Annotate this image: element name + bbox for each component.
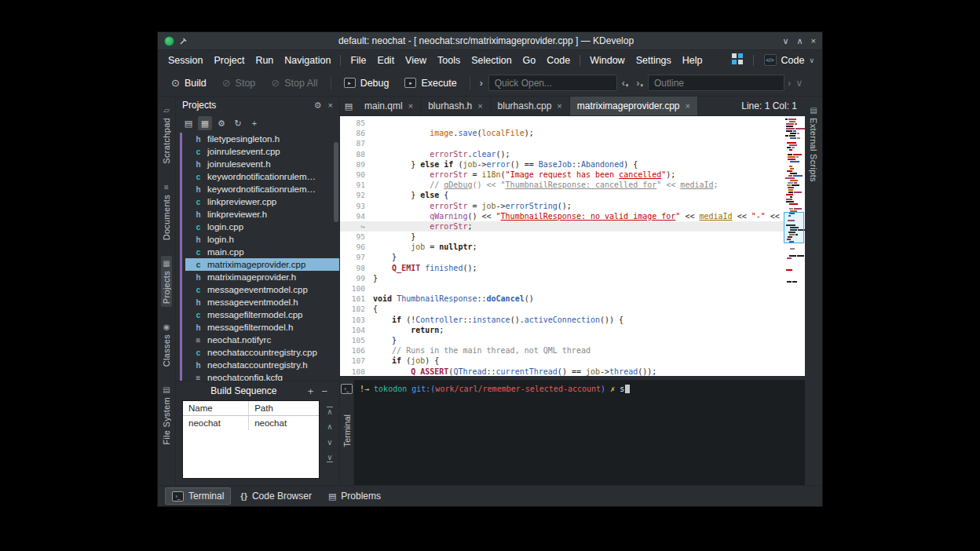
outline-input[interactable] [648, 75, 784, 91]
code-line[interactable]: 105 } [340, 335, 784, 345]
stop-all-button[interactable]: ⊘ Stop All [264, 74, 324, 92]
settings-icon[interactable]: ⚙ [214, 116, 229, 130]
code-line[interactable]: 108 Q_ASSERT(QThread::currentThread() ==… [340, 367, 784, 377]
quick-open-input[interactable] [488, 75, 617, 91]
tree-item[interactable]: hlogin.h [185, 233, 339, 246]
toolbar-dropdown-button[interactable]: ∨ [795, 77, 803, 89]
menu-run[interactable]: Run [250, 53, 279, 68]
tree-item[interactable]: hneochataccountregistry.h [185, 359, 339, 371]
tree-item[interactable]: hlinkpreviewer.h [185, 208, 339, 221]
tab-close-icon[interactable]: × [686, 101, 690, 111]
code-line[interactable]: 87 [340, 138, 784, 148]
tab-close-icon[interactable]: × [408, 101, 413, 111]
code-line[interactable]: 91 // qDebug() << "ThumbnailResponse: ca… [340, 180, 784, 190]
build-button[interactable]: ⊙ Build [164, 74, 214, 92]
area-switcher-icon[interactable] [732, 53, 743, 67]
dock-tab-classes[interactable]: ◉Classes [161, 319, 172, 370]
close-icon[interactable]: × [328, 100, 333, 110]
minimap-viewport[interactable] [784, 212, 804, 243]
code-line[interactable]: 98 Q_EMIT finished(); [340, 263, 784, 273]
add-to-build-icon[interactable]: + [304, 385, 318, 397]
toolbar-more-button[interactable]: › [788, 78, 791, 89]
statusbar-terminal[interactable]: ›_Terminal [165, 487, 231, 505]
code-line[interactable]: ↪ errorStr; [340, 221, 784, 232]
terminal-tab-label[interactable]: Terminal [342, 414, 352, 447]
close-button[interactable]: × [811, 36, 816, 46]
tree-item[interactable]: cjoinrulesevent.cpp [185, 145, 339, 158]
move-down-icon[interactable]: ∨ [327, 438, 332, 447]
menu-window[interactable]: Window [584, 53, 630, 68]
maximize-button[interactable]: ∧ [797, 36, 803, 46]
menu-session[interactable]: Session [163, 53, 208, 68]
statusbar-code-browser[interactable]: {}Code Browser [233, 487, 319, 505]
tree-item[interactable]: hmessageeventmodel.h [185, 296, 339, 308]
shade-button[interactable]: ∨ [782, 36, 788, 46]
menu-go[interactable]: Go [517, 53, 542, 68]
dock-tab-projects[interactable]: ▦Projects [161, 256, 172, 307]
remove-from-build-icon[interactable]: − [317, 385, 331, 397]
menu-edit[interactable]: Edit [372, 53, 400, 68]
code-line[interactable]: 103 if (!Controller::instance().activeCo… [340, 315, 784, 325]
menu-code[interactable]: Code [541, 53, 576, 68]
dock-tab-scratchpad[interactable]: ▱Scratchpad [161, 103, 172, 167]
editor-tab-main-qml[interactable]: main.qml× [357, 97, 421, 115]
code-line[interactable]: 93 errorStr = job->errorString(); [340, 201, 784, 211]
open-project-icon[interactable]: ▤ [181, 116, 196, 130]
tree-item[interactable]: hmessagefiltermodel.h [185, 321, 339, 334]
code-line[interactable]: 85 [340, 118, 784, 128]
code-line[interactable]: 88 errorStr.clear(); [340, 149, 784, 159]
tab-close-icon[interactable]: × [477, 101, 482, 111]
table-row[interactable]: neochatneochat [183, 416, 319, 430]
code-line[interactable]: 86 image.save(localFile); [340, 128, 784, 138]
tree-item[interactable]: hmatriximageprovider.h [185, 271, 339, 283]
menu-file[interactable]: File [345, 53, 371, 68]
code-line[interactable]: 107 if (job) { [340, 356, 784, 366]
code-line[interactable]: 104 return; [340, 325, 784, 335]
debug-button[interactable]: ▸ Debug [337, 75, 397, 92]
nav-forward-button[interactable]: ›▾ [633, 76, 646, 90]
code-line[interactable]: 95 } [340, 232, 784, 242]
tree-item[interactable]: hkeywordnotificationrulem… [185, 183, 339, 195]
move-up-icon[interactable]: ∧ [327, 422, 332, 431]
tree-item[interactable]: hjoinrulesevent.h [185, 158, 339, 170]
menu-navigation[interactable]: Navigation [279, 53, 336, 68]
editor-tab-blurhash-cpp[interactable]: blurhash.cpp× [491, 97, 570, 115]
reload-icon[interactable]: ↻ [231, 116, 245, 130]
stop-button[interactable]: ⊘ Stop [215, 74, 263, 92]
menu-tools[interactable]: Tools [432, 53, 466, 68]
nav-back-button[interactable]: ‹▾ [619, 76, 632, 90]
tree-item[interactable]: cmatriximageprovider.cpp [185, 258, 339, 271]
execute-button[interactable]: ▸ Execute [397, 75, 463, 92]
perspective-button[interactable]: </>Code∨ [764, 54, 814, 66]
code-line[interactable]: 106 // Runs in the main thread, not QML … [340, 345, 784, 356]
code-line[interactable]: 100 [340, 283, 784, 294]
terminal-cursor[interactable] [625, 385, 630, 393]
code-line[interactable]: 90 errorStr = i18n("Image request has be… [340, 170, 784, 180]
code-view[interactable]: 8586 image.save(localFile);8788 errorStr… [340, 116, 784, 376]
dock-tab-file-system[interactable]: ▤File System [161, 382, 172, 448]
code-line[interactable]: 101void ThumbnailResponse::doCancel() [340, 294, 784, 304]
tree-item[interactable]: cmessageeventmodel.cpp [185, 283, 339, 296]
titlebar[interactable]: default: neochat - [ neochat:src/matrixi… [158, 32, 822, 50]
tree-item[interactable]: ≡neochatconfig.kcfg [185, 371, 339, 381]
code-line[interactable]: 96 job = nullptr; [340, 242, 784, 252]
tree-item[interactable]: hfiletypesingleton.h [185, 133, 339, 145]
menu-project[interactable]: Project [208, 53, 250, 68]
minimap[interactable] [784, 116, 805, 376]
tree-item[interactable]: cmain.cpp [185, 246, 339, 258]
code-line[interactable]: 92 } else { [340, 190, 784, 200]
dock-tab-documents[interactable]: ≡Documents [161, 180, 172, 243]
code-line[interactable]: 97 } [340, 252, 784, 262]
menu-settings[interactable]: Settings [631, 53, 677, 68]
menu-selection[interactable]: Selection [466, 53, 517, 68]
add-icon[interactable]: + [247, 116, 261, 130]
code-editor[interactable]: 8586 image.save(localFile);8788 errorStr… [340, 116, 805, 376]
toolbar-expander[interactable]: › [476, 75, 487, 92]
code-line[interactable]: 94 qWarning() << "ThumbnailResponse: no … [340, 211, 784, 221]
build-sequence-table[interactable]: NamePathneochatneochat [182, 400, 320, 479]
statusbar-problems[interactable]: ▤Problems [321, 487, 388, 505]
tree-item[interactable]: cneochataccountregistry.cpp [185, 346, 339, 359]
tree-scrollbar[interactable] [334, 142, 338, 222]
tree-item[interactable]: cmessagefiltermodel.cpp [185, 308, 339, 321]
tree-item[interactable]: ≡neochat.notifyrc [185, 334, 339, 346]
